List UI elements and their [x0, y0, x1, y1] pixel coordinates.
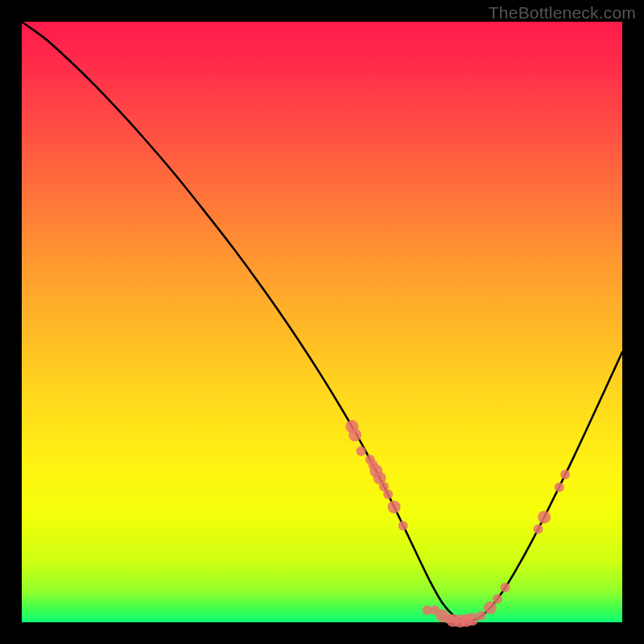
main-curve	[22, 22, 622, 621]
chart-svg	[22, 22, 622, 622]
curve-marker	[398, 521, 408, 530]
curve-markers	[345, 420, 570, 628]
curve-marker	[349, 428, 361, 441]
curve-marker	[493, 594, 502, 604]
curve-marker	[555, 482, 564, 492]
curve-marker	[501, 583, 510, 592]
plot-area	[22, 22, 622, 622]
curve-marker	[484, 601, 497, 614]
curve-marker	[560, 469, 570, 479]
watermark-text: TheBottleneck.com	[489, 3, 636, 23]
curve-marker	[388, 501, 401, 514]
curve-marker	[538, 510, 551, 523]
curve-marker	[534, 524, 543, 534]
curve-marker	[383, 489, 393, 499]
chart-stage: TheBottleneck.com	[0, 0, 644, 644]
curve-marker	[356, 446, 365, 456]
curve-marker	[477, 611, 486, 621]
